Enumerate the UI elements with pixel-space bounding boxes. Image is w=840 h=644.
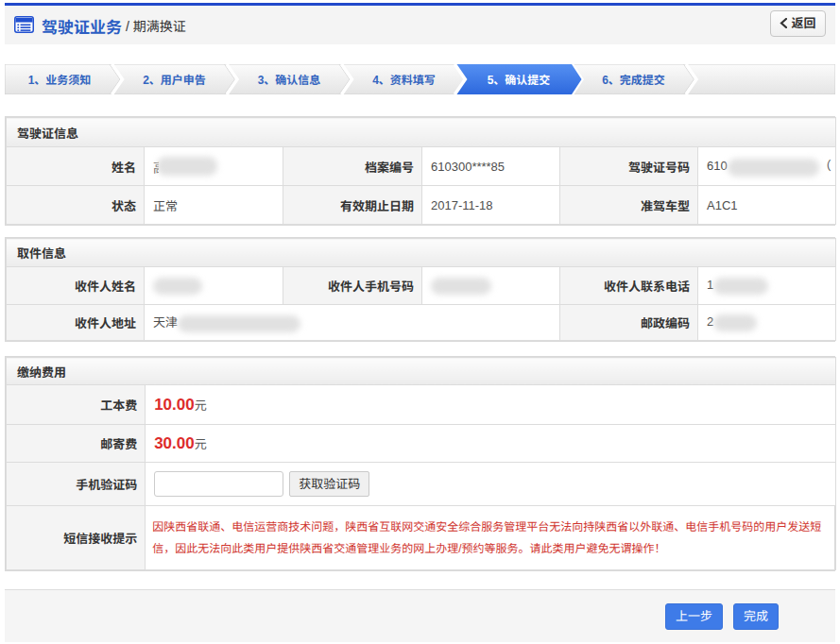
svg-text:4、资料填写: 4、资料填写: [372, 74, 436, 87]
svg-text:2、用户申告: 2、用户申告: [143, 74, 206, 87]
svg-text:3、确认信息: 3、确认信息: [258, 74, 321, 87]
svg-text:1、业务须知: 1、业务须知: [28, 74, 92, 87]
svg-text:6、完成提交: 6、完成提交: [602, 74, 665, 87]
svg-text:5、确认提交: 5、确认提交: [488, 74, 551, 87]
